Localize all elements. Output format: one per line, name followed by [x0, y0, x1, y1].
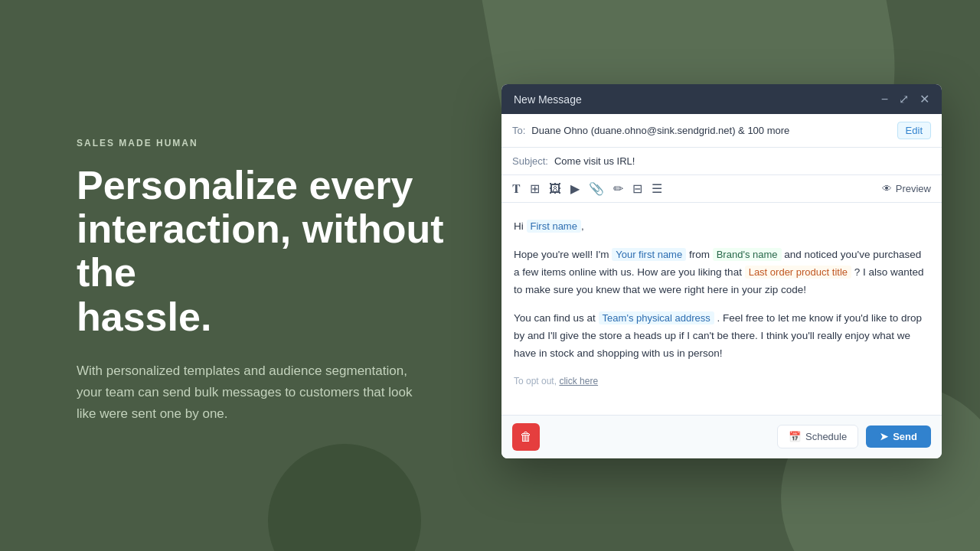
- para1-from: from: [689, 249, 710, 260]
- para2-before: You can find us at: [514, 312, 596, 324]
- to-label: To:: [512, 125, 525, 136]
- maximize-icon[interactable]: ⤢: [899, 92, 909, 106]
- to-value: Duane Ohno (duane.ohno@sink.sendgrid.net…: [531, 125, 897, 136]
- headline-line3: hassle.: [77, 295, 211, 339]
- greeting-comma: ,: [581, 220, 584, 232]
- preview-button[interactable]: 👁 Preview: [882, 183, 931, 194]
- email-toolbar: 𝐓 ⊞ 🖼 ▶ 📎 ✏ ⊟ ☰ 👁 Preview: [501, 175, 942, 203]
- footer-right: 📅 Schedule ➤ Send: [777, 425, 931, 448]
- opt-out-link[interactable]: click here: [559, 376, 598, 386]
- preview-label: Preview: [896, 183, 931, 194]
- email-body[interactable]: Hi First name, Hope you're well! I'm You…: [501, 203, 942, 415]
- email-greeting-para: Hi First name,: [514, 218, 929, 236]
- delete-button[interactable]: 🗑: [512, 423, 540, 451]
- send-button[interactable]: ➤ Send: [866, 425, 931, 448]
- text-format-icon[interactable]: 𝐓: [512, 182, 521, 196]
- opt-out-text: To opt out,: [514, 376, 557, 386]
- headline-line2: interaction, without the: [77, 207, 444, 295]
- subject-value: Come visit us IRL!: [554, 155, 635, 167]
- last-order-tag[interactable]: Last order product title: [745, 266, 851, 279]
- subtext: With personalized templates and audience…: [77, 360, 429, 425]
- first-name-tag[interactable]: First name: [527, 220, 581, 233]
- titlebar-controls: − ⤢ ✕: [881, 92, 929, 106]
- minimize-icon[interactable]: −: [881, 93, 888, 106]
- image-icon[interactable]: ⊞: [530, 181, 540, 196]
- tagline: SALES MADE HUMAN: [77, 138, 475, 148]
- eye-icon: 👁: [882, 183, 892, 194]
- brands-name-tag[interactable]: Brand's name: [713, 248, 782, 261]
- calendar-icon: 📅: [789, 431, 801, 442]
- schedule-button[interactable]: 📅 Schedule: [777, 425, 858, 448]
- send-icon: ➤: [880, 431, 888, 442]
- list-icon[interactable]: ☰: [652, 181, 662, 196]
- video-icon[interactable]: ▶: [570, 181, 580, 196]
- attachment-icon[interactable]: 📎: [589, 181, 604, 196]
- subject-label: Subject:: [512, 155, 548, 167]
- greeting-text: Hi: [514, 220, 524, 232]
- pen-icon[interactable]: ✏: [613, 181, 623, 196]
- email-para1: Hope you're well! I'm Your first name fr…: [514, 246, 929, 299]
- email-para2: You can find us at Team's physical addre…: [514, 310, 929, 363]
- edit-button[interactable]: Edit: [897, 122, 931, 139]
- email-to-row: To: Duane Ohno (duane.ohno@sink.sendgrid…: [501, 114, 942, 148]
- close-icon[interactable]: ✕: [920, 92, 929, 106]
- email-window-title: New Message: [514, 93, 582, 106]
- teams-address-tag[interactable]: Team's physical address: [599, 311, 714, 324]
- your-first-name-tag[interactable]: Your first name: [612, 248, 686, 261]
- send-label: Send: [893, 431, 917, 442]
- schedule-label: Schedule: [805, 431, 847, 442]
- photo-icon[interactable]: 🖼: [549, 182, 561, 196]
- email-subject-row: Subject: Come visit us IRL!: [501, 148, 942, 175]
- email-footer: 🗑 📅 Schedule ➤ Send: [501, 415, 942, 458]
- email-compose-window: New Message − ⤢ ✕ To: Duane Ohno (duane.…: [501, 84, 942, 458]
- email-titlebar: New Message − ⤢ ✕: [501, 84, 942, 114]
- left-panel: SALES MADE HUMAN Personalize every inter…: [77, 138, 475, 425]
- opt-out-para: To opt out, click here: [514, 373, 929, 389]
- headline: Personalize every interaction, without t…: [77, 164, 475, 339]
- module-icon[interactable]: ⊟: [632, 181, 642, 196]
- headline-line1: Personalize every: [77, 163, 413, 207]
- bg-blob-bottom-left: [268, 444, 421, 551]
- para1-before: Hope you're well! I'm: [514, 249, 609, 260]
- trash-icon: 🗑: [520, 430, 532, 444]
